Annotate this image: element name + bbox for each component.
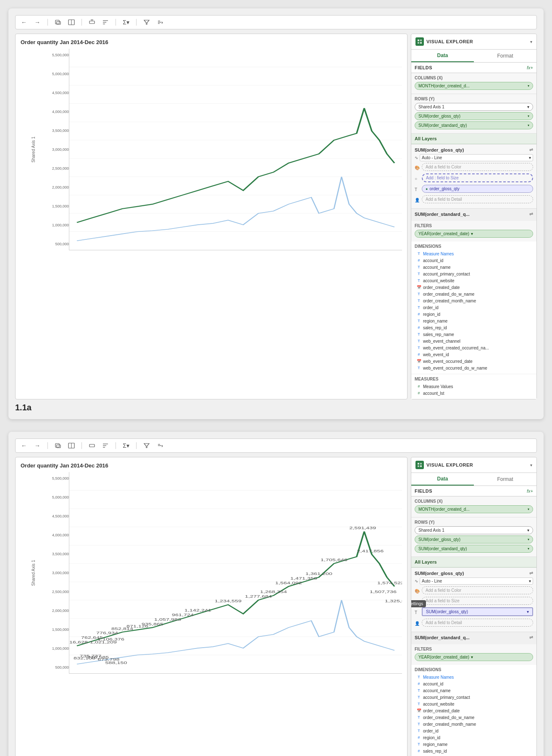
field-order-id-1b[interactable]: T order_id — [415, 727, 533, 734]
columns-pill-1b[interactable]: MONTH(order_created_d... ▾ — [415, 505, 533, 513]
field-region-name-1a[interactable]: T region_name — [415, 318, 533, 324]
field-order-month-1b[interactable]: T order_created_month_name — [415, 721, 533, 727]
field-account-primary-1a[interactable]: T account_primary_contact — [415, 270, 533, 277]
sort-button[interactable] — [100, 18, 110, 26]
svg-rect-25 — [420, 39, 422, 41]
label-row-1b: T SUM(order_gloss_qty) ▾ Edit text setti… — [415, 607, 533, 617]
field-web-id-1a[interactable]: # web_event_id — [415, 351, 533, 358]
add-color-1b[interactable]: Add a field to Color — [422, 586, 533, 594]
columns-label-1b: Columns (X) — [415, 499, 533, 504]
field-region-name-1b[interactable]: T region_name — [415, 741, 533, 748]
filter-button-1b[interactable] — [142, 441, 152, 450]
layer-sub-icon-1a-2[interactable]: ⇌ — [529, 211, 533, 217]
add-detail-1b[interactable]: Add a field to Detail — [422, 619, 533, 627]
filter-year-1a[interactable]: YEAR(order_created_date) ▾ — [415, 230, 533, 238]
add-size-1a[interactable]: Add : field to Size — [422, 173, 533, 182]
sigma-button[interactable]: Σ▾ — [121, 18, 131, 26]
field-order-dow-1a[interactable]: T order_created_do_w_name — [415, 291, 533, 297]
field-account-website-1a[interactable]: T account_website — [415, 277, 533, 284]
field-order-id-1a[interactable]: T order_id — [415, 304, 533, 311]
field-icon-mv-1a: # — [416, 384, 421, 389]
field-measure-names-1a[interactable]: T Measure Names — [415, 250, 533, 257]
columns-pill-1a[interactable]: MONTH(order_created_d... ▾ — [415, 82, 533, 90]
svg-text:1,564,092: 1,564,092 — [275, 581, 302, 585]
all-layers-section-1a: All Layers — [411, 134, 536, 144]
svg-rect-78 — [420, 463, 422, 465]
label-pill-1a[interactable]: ● order_gloss_qty — [422, 185, 533, 193]
layout-button[interactable] — [66, 18, 76, 26]
fields-fx-1b[interactable]: fx+ — [527, 488, 533, 494]
ve-arrow-1b[interactable]: ▾ — [530, 463, 532, 467]
back-button-1b[interactable]: ← — [19, 441, 29, 450]
label-pill-1b[interactable]: SUM(order_gloss_qty) ▾ — [422, 607, 533, 616]
add-row-button-1b[interactable] — [87, 441, 97, 450]
ve-arrow-1a[interactable]: ▾ — [530, 39, 532, 44]
sort-button-1b[interactable] — [100, 441, 110, 450]
filter-button[interactable] — [142, 18, 152, 26]
field-order-created-date-1a[interactable]: 📅 order_created_date — [415, 284, 533, 291]
field-account-id-1b[interactable]: # account_id — [415, 680, 533, 687]
forward-button[interactable]: → — [32, 18, 42, 26]
layer-sub-icon-1b-2[interactable]: ⇌ — [529, 635, 533, 640]
sum-standard-pill-1b[interactable]: SUM(order_standard_qty) ▾ — [415, 545, 533, 553]
field-account-lst-1a[interactable]: # account_lst — [415, 390, 533, 396]
sigma-button-1b[interactable]: Σ▾ — [121, 441, 131, 450]
add-row-button[interactable] — [87, 18, 97, 26]
field-account-primary-1b[interactable]: T account_primary_contact — [415, 694, 533, 701]
field-name-1a-2: account_name — [423, 265, 451, 270]
field-order-dow-1b[interactable]: T order_created_do_w_name — [415, 714, 533, 721]
field-account-website-1b[interactable]: T account_website — [415, 701, 533, 707]
field-web-channel-1a[interactable]: T web_event_channel — [415, 338, 533, 344]
field-web-created-1a[interactable]: T web_event_created_occurred_na... — [415, 344, 533, 351]
add-color-1a[interactable]: Add a field to Color — [422, 163, 533, 171]
sort2-button[interactable] — [155, 18, 165, 26]
layer-sub-icon-1a-1[interactable]: ⇌ — [529, 147, 533, 152]
field-icon-1a-13: T — [416, 339, 421, 344]
field-icon-ocd-1b: 📅 — [416, 708, 421, 713]
detail-icon-1b: 👤 — [415, 621, 420, 626]
duplicate-button-1b[interactable] — [53, 441, 63, 450]
field-icon-abc-1a-0: T — [416, 251, 421, 256]
field-account-name-1b[interactable]: T account_name — [415, 687, 533, 694]
add-size-1b[interactable]: Add a field to Size — [422, 597, 533, 605]
auto-line-select-1b[interactable]: Auto - Line ▾ — [420, 578, 533, 585]
tab-data-1b[interactable]: Data — [411, 473, 474, 486]
field-web-occurred-date-1a[interactable]: 📅 web_event_occurred_date — [415, 358, 533, 365]
field-sales-rep-name-1a[interactable]: T sales_rep_name — [415, 331, 533, 338]
field-sales-rep-id-1b[interactable]: # sales_rep_id — [415, 748, 533, 754]
layout-button-1b[interactable] — [66, 441, 76, 450]
auto-line-select-1a[interactable]: Auto - Line ▾ — [420, 154, 533, 161]
field-region-id-1b[interactable]: # region_id — [415, 734, 533, 741]
field-icon-ri-1b: # — [416, 735, 421, 740]
sum-standard-pill-1a[interactable]: SUM(order_standard_qty) ▾ — [415, 121, 533, 129]
field-icon-om-1b: T — [416, 722, 421, 727]
field-order-month-1a[interactable]: T order_created_month_name — [415, 297, 533, 304]
back-button[interactable]: ← — [19, 18, 29, 26]
field-measure-names-1b[interactable]: T Measure Names — [415, 674, 533, 680]
field-order-created-date-1b[interactable]: 📅 order_created_date — [415, 707, 533, 714]
filter-year-1b[interactable]: YEAR(order_created_date) ▾ — [415, 653, 533, 661]
field-sales-rep-name-1b[interactable]: T sales_rep_name — [415, 754, 533, 756]
layer-sub-1a-2: SUM(order_standard_q... ⇌ — [411, 208, 536, 221]
shared-axis-pill-1b[interactable]: Shared Axis 1 ▾ — [415, 526, 533, 534]
tab-format-1b[interactable]: Format — [474, 473, 536, 486]
tab-format-1a[interactable]: Format — [474, 50, 536, 62]
duplicate-button[interactable] — [53, 18, 63, 26]
layer-sub-icon-1b-1[interactable]: ⇌ — [529, 570, 533, 576]
add-detail-1a[interactable]: Add a field to Detail — [422, 195, 533, 203]
forward-button-1b[interactable]: → — [32, 441, 42, 450]
field-measure-values-1a[interactable]: # Measure Values — [415, 383, 533, 390]
field-region-id-1a[interactable]: # region_id — [415, 311, 533, 318]
field-web-occurred-dow-1a[interactable]: T web_event_occurred_do_w_name — [415, 365, 533, 371]
sort2-button-1b[interactable] — [155, 441, 165, 450]
field-sales-rep-id-1a[interactable]: # sales_rep_id — [415, 324, 533, 331]
sum-gloss-pill-1b[interactable]: SUM(order_gloss_qty) ▾ — [415, 536, 533, 543]
field-account-name-1a[interactable]: T account_name — [415, 264, 533, 270]
sum-standard-text-1a: SUM(order_standard_qty) — [418, 123, 467, 128]
field-account-id-1a[interactable]: # account_id — [415, 257, 533, 264]
sum-gloss-pill-1a[interactable]: SUM(order_gloss_qty) ▾ — [415, 112, 533, 120]
fields-fx-1a[interactable]: fx+ — [527, 65, 533, 70]
field-name-1a-7: order_created_month_name — [423, 299, 476, 303]
shared-axis-pill-1a[interactable]: Shared Axis 1 ▾ — [415, 103, 533, 111]
tab-data-1a[interactable]: Data — [411, 50, 474, 62]
